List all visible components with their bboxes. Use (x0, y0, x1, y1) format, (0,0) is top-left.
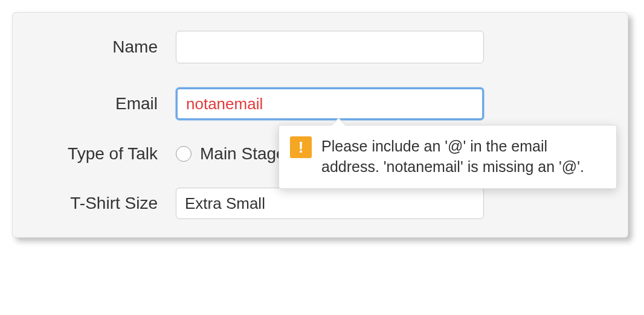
warning-icon: ! (290, 136, 312, 158)
tshirt-input-wrap (176, 188, 604, 219)
row-email: Email ! Please include an '@' in the ema… (37, 88, 604, 120)
row-name: Name (37, 31, 604, 63)
form-panel: Name Email ! Please include an '@' in th… (12, 12, 628, 238)
validation-tooltip: ! Please include an '@' in the email add… (279, 125, 617, 189)
talk-type-label: Type of Talk (37, 144, 176, 164)
email-input[interactable] (176, 88, 484, 120)
row-tshirt: T-Shirt Size (37, 188, 604, 219)
name-input[interactable] (176, 31, 484, 63)
name-label: Name (37, 37, 176, 57)
radio-main-stage-label: Main Stage (200, 144, 286, 164)
email-label: Email (37, 94, 176, 113)
radio-main-stage[interactable] (176, 146, 192, 162)
tshirt-label: T-Shirt Size (37, 194, 176, 213)
email-input-wrap: ! Please include an '@' in the email add… (176, 88, 604, 120)
validation-message: Please include an '@' in the email addre… (321, 136, 604, 177)
tshirt-select[interactable] (176, 188, 484, 219)
name-input-wrap (176, 31, 604, 63)
